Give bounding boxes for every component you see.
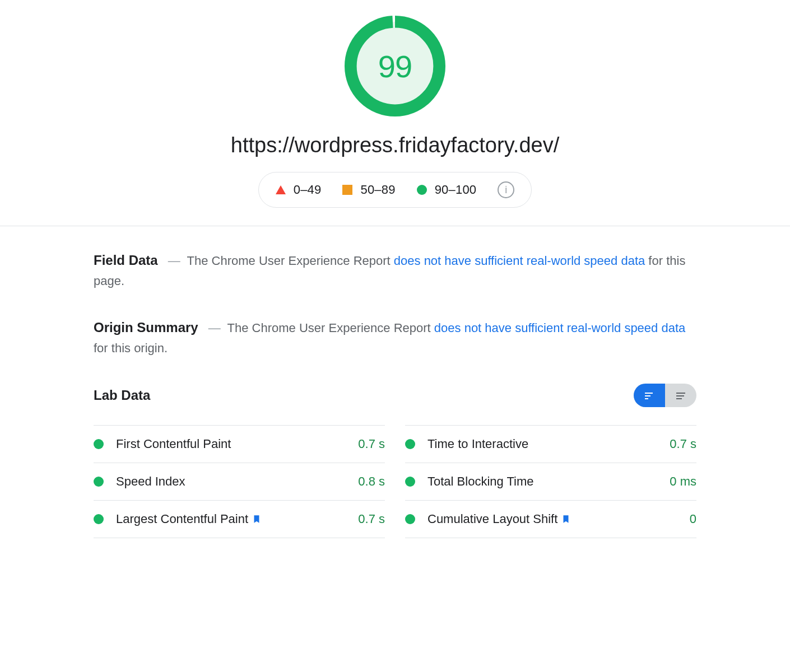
score-value: 99 bbox=[345, 16, 445, 116]
lab-data-header: Lab Data bbox=[94, 384, 696, 407]
field-data-pre: The Chrome User Experience Report bbox=[187, 254, 394, 268]
tested-url: https://wordpress.fridayfactory.dev/ bbox=[0, 133, 790, 157]
field-data-link[interactable]: does not have sufficient real-world spee… bbox=[394, 254, 645, 268]
origin-summary-link[interactable]: does not have sufficient real-world spee… bbox=[434, 321, 685, 335]
metric-value: 0 bbox=[690, 512, 696, 526]
metric-row[interactable]: Total Blocking Time0 ms bbox=[405, 463, 696, 500]
metrics-column-left: First Contentful Paint0.7 sSpeed Index0.… bbox=[94, 425, 385, 538]
metrics-column-right: Time to Interactive0.7 sTotal Blocking T… bbox=[405, 425, 696, 538]
metric-row[interactable]: Speed Index0.8 s bbox=[94, 463, 385, 500]
metric-value: 0.7 s bbox=[670, 437, 696, 451]
report-body: Field Data — The Chrome User Experience … bbox=[94, 226, 696, 538]
metric-value: 0.7 s bbox=[358, 512, 385, 526]
status-dot-icon bbox=[405, 514, 415, 524]
square-icon bbox=[342, 185, 352, 195]
legend-good: 90–100 bbox=[417, 183, 477, 197]
legend-avg-range: 50–89 bbox=[360, 183, 395, 197]
report-header: 99 https://wordpress.fridayfactory.dev/ … bbox=[0, 0, 790, 226]
metric-label: Cumulative Layout Shift bbox=[427, 512, 690, 526]
metric-label: First Contentful Paint bbox=[116, 437, 358, 451]
bookmark-icon bbox=[252, 514, 262, 525]
lab-metrics: First Contentful Paint0.7 sSpeed Index0.… bbox=[94, 425, 696, 538]
separator-dash: — bbox=[208, 321, 221, 335]
metric-label: Total Blocking Time bbox=[427, 474, 670, 489]
legend-good-range: 90–100 bbox=[435, 183, 477, 197]
legend-poor: 0–49 bbox=[276, 183, 322, 197]
metric-row[interactable]: Time to Interactive0.7 s bbox=[405, 425, 696, 463]
metric-label: Speed Index bbox=[116, 474, 358, 489]
score-legend: 0–49 50–89 90–100 i bbox=[258, 172, 532, 208]
separator-dash: — bbox=[168, 254, 180, 268]
origin-summary-pre: The Chrome User Experience Report bbox=[227, 321, 434, 335]
bars-long-icon bbox=[674, 389, 687, 402]
view-expanded-button[interactable] bbox=[665, 384, 696, 407]
origin-summary-post: for this origin. bbox=[94, 341, 168, 355]
circle-icon bbox=[417, 185, 427, 195]
legend-poor-range: 0–49 bbox=[294, 183, 322, 197]
origin-summary-heading: Origin Summary bbox=[94, 320, 198, 335]
origin-summary-paragraph: Origin Summary — The Chrome User Experie… bbox=[94, 317, 696, 358]
legend-average: 50–89 bbox=[342, 183, 395, 197]
lab-data-heading: Lab Data bbox=[94, 388, 150, 403]
metric-label: Largest Contentful Paint bbox=[116, 512, 358, 526]
metric-value: 0.8 s bbox=[358, 474, 385, 489]
field-data-paragraph: Field Data — The Chrome User Experience … bbox=[94, 250, 696, 291]
metric-value: 0 ms bbox=[670, 474, 696, 489]
bookmark-icon bbox=[561, 514, 571, 525]
field-data-heading: Field Data bbox=[94, 253, 158, 268]
metric-row[interactable]: Cumulative Layout Shift0 bbox=[405, 500, 696, 538]
view-toggle bbox=[634, 384, 696, 407]
score-gauge: 99 bbox=[345, 16, 445, 116]
status-dot-icon bbox=[405, 439, 415, 449]
status-dot-icon bbox=[94, 439, 104, 449]
status-dot-icon bbox=[94, 477, 104, 487]
status-dot-icon bbox=[405, 477, 415, 487]
triangle-icon bbox=[276, 185, 286, 194]
metric-value: 0.7 s bbox=[358, 437, 385, 451]
metric-row[interactable]: Largest Contentful Paint0.7 s bbox=[94, 500, 385, 538]
metric-row[interactable]: First Contentful Paint0.7 s bbox=[94, 425, 385, 463]
metric-label: Time to Interactive bbox=[427, 437, 670, 451]
status-dot-icon bbox=[94, 514, 104, 524]
view-condensed-button[interactable] bbox=[634, 384, 665, 407]
info-icon[interactable]: i bbox=[498, 181, 514, 198]
bars-short-icon bbox=[643, 389, 656, 402]
